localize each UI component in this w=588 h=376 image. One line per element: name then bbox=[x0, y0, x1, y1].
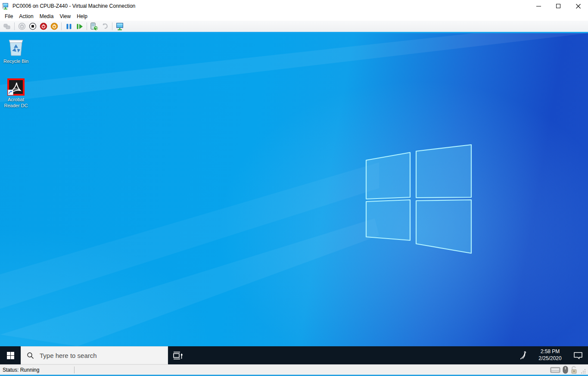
checkpoint-button[interactable] bbox=[89, 22, 99, 31]
vm-desktop[interactable]: Recycle Bin Acrobat Reader DC bbox=[0, 33, 588, 346]
minimize-icon bbox=[536, 6, 541, 6]
menu-help[interactable]: Help bbox=[74, 12, 90, 20]
menu-view[interactable]: View bbox=[56, 12, 74, 20]
windows-ink-button[interactable] bbox=[515, 346, 532, 364]
pause-button[interactable] bbox=[64, 22, 74, 31]
close-button[interactable] bbox=[568, 0, 588, 12]
action-center-icon bbox=[573, 351, 583, 360]
desktop-icon-recycle-bin[interactable]: Recycle Bin bbox=[2, 37, 30, 65]
desktop-icon-label: Recycle Bin bbox=[3, 59, 28, 65]
wallpaper-light-rays bbox=[0, 33, 588, 346]
save-icon bbox=[50, 22, 58, 30]
search-icon bbox=[27, 352, 34, 359]
task-view-icon bbox=[172, 350, 184, 360]
vm-toolbar bbox=[0, 21, 588, 32]
enhanced-session-icon bbox=[115, 22, 124, 31]
taskbar-search-input[interactable]: Type here to search bbox=[21, 346, 168, 364]
windows-logo bbox=[366, 145, 471, 253]
pause-icon bbox=[66, 23, 72, 30]
turn-off-button[interactable] bbox=[28, 22, 37, 31]
desktop-icon-acrobat-reader[interactable]: Acrobat Reader DC bbox=[2, 78, 30, 109]
search-placeholder: Type here to search bbox=[40, 352, 97, 359]
statusbar-tray bbox=[550, 366, 588, 374]
turn-off-icon bbox=[29, 22, 37, 30]
windows-ink-icon bbox=[519, 351, 528, 360]
enhanced-session-button[interactable] bbox=[115, 22, 124, 31]
menu-bar: File Action Media View Help bbox=[0, 12, 588, 21]
toolbar-separator bbox=[14, 22, 15, 30]
taskbar-clock[interactable]: 2:58 PM 2/25/2020 bbox=[532, 346, 568, 364]
start-button bbox=[17, 22, 27, 31]
window-title: PC0006 on CPUB-Z440 - Virtual Machine Co… bbox=[12, 3, 135, 9]
taskbar: Type here to search 2:58 PM 2/25/ bbox=[0, 346, 588, 364]
reset-icon bbox=[76, 23, 83, 30]
window-controls bbox=[529, 0, 588, 12]
toolbar-separator bbox=[87, 22, 87, 30]
ctrl-alt-delete-button bbox=[2, 22, 12, 31]
start-menu-button[interactable] bbox=[0, 346, 21, 364]
close-icon bbox=[576, 4, 581, 9]
minimize-button[interactable] bbox=[529, 0, 548, 12]
checkpoint-icon bbox=[90, 22, 98, 31]
shut-down-button[interactable] bbox=[38, 22, 48, 31]
resize-grip[interactable] bbox=[581, 369, 586, 374]
mouse-icon bbox=[563, 366, 568, 374]
keyboard-icon bbox=[550, 367, 560, 373]
status-bar: Status: Running bbox=[0, 364, 588, 375]
vm-connection-window: PC0006 on CPUB-Z440 - Virtual Machine Co… bbox=[0, 0, 588, 376]
start-power-icon bbox=[18, 22, 26, 30]
action-center-button[interactable] bbox=[568, 346, 588, 364]
acrobat-reader-icon bbox=[7, 78, 25, 96]
windows-start-icon bbox=[7, 352, 14, 359]
revert-button bbox=[100, 22, 110, 31]
vm-status-text: Status: Running bbox=[0, 367, 74, 373]
desktop-icon-label: Acrobat Reader DC bbox=[3, 97, 29, 109]
task-view-button[interactable] bbox=[168, 346, 188, 364]
revert-icon bbox=[101, 23, 109, 30]
toolbar-separator bbox=[61, 22, 62, 30]
maximize-button[interactable] bbox=[548, 0, 568, 12]
maximize-icon bbox=[556, 4, 560, 8]
menu-action[interactable]: Action bbox=[16, 12, 36, 20]
taskbar-tray: 2:58 PM 2/25/2020 bbox=[515, 346, 588, 364]
title-bar: PC0006 on CPUB-Z440 - Virtual Machine Co… bbox=[0, 0, 588, 12]
statusbar-separator bbox=[74, 367, 75, 373]
clock-date: 2/25/2020 bbox=[538, 355, 561, 362]
vmconnect-app-icon bbox=[2, 3, 9, 10]
ctrl-alt-delete-icon bbox=[3, 23, 11, 30]
recycle-bin-icon bbox=[6, 37, 26, 57]
menu-media[interactable]: Media bbox=[37, 12, 57, 20]
unlocked-icon bbox=[570, 366, 578, 374]
clock-time: 2:58 PM bbox=[541, 348, 560, 355]
save-button[interactable] bbox=[49, 22, 59, 31]
shortcut-arrow-icon bbox=[8, 90, 13, 95]
shut-down-icon bbox=[40, 22, 47, 30]
toolbar-separator bbox=[112, 22, 112, 30]
menu-file[interactable]: File bbox=[2, 12, 16, 20]
reset-button[interactable] bbox=[75, 22, 84, 31]
